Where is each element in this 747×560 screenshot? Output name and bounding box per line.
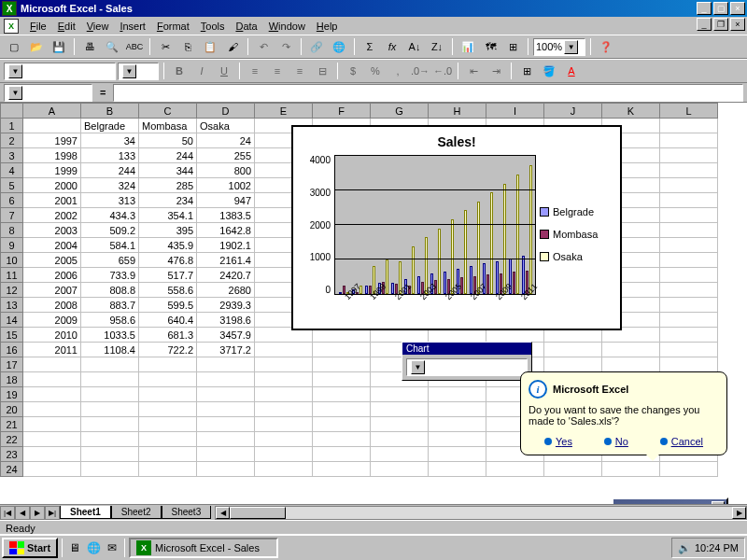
cell-D6[interactable]: 947 xyxy=(197,193,255,208)
row-header-20[interactable]: 20 xyxy=(1,402,23,417)
cell-C22[interactable] xyxy=(139,432,197,447)
cell-B7[interactable]: 434.3 xyxy=(81,208,139,223)
row-header-15[interactable]: 15 xyxy=(1,328,23,343)
italic-button[interactable]: I xyxy=(191,62,212,81)
formula-bar[interactable] xyxy=(113,84,743,102)
cell-C6[interactable]: 234 xyxy=(139,193,197,208)
col-header-H[interactable]: H xyxy=(429,104,486,119)
scroll-thumb[interactable] xyxy=(230,507,286,519)
cell-B4[interactable]: 244 xyxy=(81,163,139,178)
cell-A10[interactable]: 2005 xyxy=(23,253,81,268)
format-painter-button[interactable]: 🖌 xyxy=(222,37,243,57)
col-header-F[interactable]: F xyxy=(313,104,371,119)
row-header-4[interactable]: 4 xyxy=(1,163,23,178)
menu-view[interactable]: View xyxy=(81,19,115,34)
tab-nav-next[interactable]: ▶ xyxy=(30,506,45,520)
chart-objects-combo[interactable]: ▼ xyxy=(406,358,528,376)
cell-L1[interactable] xyxy=(660,119,718,133)
cell-A13[interactable]: 2008 xyxy=(23,298,81,313)
row-header-24[interactable]: 24 xyxy=(1,462,23,477)
cell-J24[interactable] xyxy=(544,462,602,477)
cell-B8[interactable]: 509.2 xyxy=(81,223,139,238)
col-header-B[interactable]: B xyxy=(81,104,139,119)
row-header-13[interactable]: 13 xyxy=(1,298,23,313)
zoom-combo[interactable]: 100%▼ xyxy=(533,38,585,56)
cell-B2[interactable]: 34 xyxy=(81,133,139,148)
cell-D1[interactable]: Osaka xyxy=(197,119,255,133)
cell-L12[interactable] xyxy=(660,283,718,298)
cell-A21[interactable] xyxy=(23,417,81,432)
col-header-E[interactable]: E xyxy=(255,104,313,119)
cell-B16[interactable]: 1108.4 xyxy=(81,343,139,357)
cell-D22[interactable] xyxy=(197,432,255,447)
cell-L16[interactable] xyxy=(660,343,718,357)
cell-L3[interactable] xyxy=(660,148,718,163)
cell-C8[interactable]: 395 xyxy=(139,223,197,238)
menu-edit[interactable]: Edit xyxy=(52,19,81,34)
cell-D8[interactable]: 1642.8 xyxy=(197,223,255,238)
cell-A7[interactable]: 2002 xyxy=(23,208,81,223)
cell-F18[interactable] xyxy=(313,372,371,387)
menu-data[interactable]: Data xyxy=(230,19,262,34)
row-header-1[interactable]: 1 xyxy=(1,119,23,133)
cell-H22[interactable] xyxy=(429,432,486,447)
cell-E21[interactable] xyxy=(255,417,313,432)
cell-B17[interactable] xyxy=(81,357,139,372)
col-header-I[interactable]: I xyxy=(486,104,544,119)
cell-D2[interactable]: 24 xyxy=(197,133,255,148)
new-button[interactable]: ▢ xyxy=(4,37,24,57)
minimize-button[interactable]: _ xyxy=(697,2,712,15)
cell-E19[interactable] xyxy=(255,387,313,402)
cell-A22[interactable] xyxy=(23,432,81,447)
row-header-22[interactable]: 22 xyxy=(1,432,23,447)
cell-A18[interactable] xyxy=(23,372,81,387)
align-right-button[interactable]: ≡ xyxy=(289,62,310,81)
cell-A23[interactable] xyxy=(23,447,81,462)
cell-L8[interactable] xyxy=(660,223,718,238)
zoom-dropdown-icon[interactable]: ▼ xyxy=(564,40,578,54)
bold-button[interactable]: B xyxy=(169,62,190,81)
cell-D18[interactable] xyxy=(197,372,255,387)
cell-C5[interactable]: 285 xyxy=(139,178,197,193)
cell-F17[interactable] xyxy=(313,357,371,372)
cell-C13[interactable]: 599.5 xyxy=(139,298,197,313)
open-button[interactable]: 📂 xyxy=(26,37,47,57)
start-button[interactable]: Start xyxy=(2,538,58,558)
cell-D14[interactable]: 3198.6 xyxy=(197,313,255,328)
workbook-minimize-button[interactable]: _ xyxy=(697,18,712,31)
row-header-21[interactable]: 21 xyxy=(1,417,23,432)
cell-C10[interactable]: 476.8 xyxy=(139,253,197,268)
row-header-10[interactable]: 10 xyxy=(1,253,23,268)
row-header-23[interactable]: 23 xyxy=(1,447,23,462)
select-all-corner[interactable] xyxy=(1,104,23,119)
merge-center-button[interactable]: ⊟ xyxy=(312,62,332,81)
cell-D23[interactable] xyxy=(197,447,255,462)
cell-A17[interactable] xyxy=(23,357,81,372)
cell-B24[interactable] xyxy=(81,462,139,477)
cell-H19[interactable] xyxy=(429,387,486,402)
col-header-D[interactable]: D xyxy=(197,104,255,119)
menu-insert[interactable]: Insert xyxy=(114,19,151,34)
row-header-19[interactable]: 19 xyxy=(1,387,23,402)
cell-D19[interactable] xyxy=(197,387,255,402)
balloon-no-button[interactable]: No xyxy=(604,436,628,447)
map-button[interactable]: 🗺 xyxy=(480,37,500,57)
cell-H20[interactable] xyxy=(429,402,486,417)
cell-D21[interactable] xyxy=(197,417,255,432)
cell-D24[interactable] xyxy=(197,462,255,477)
cell-L5[interactable] xyxy=(660,178,718,193)
namebox-dropdown-icon[interactable]: ▼ xyxy=(8,86,22,100)
cell-C1[interactable]: Mombasa xyxy=(139,119,197,133)
cell-C3[interactable]: 244 xyxy=(139,148,197,163)
cell-L2[interactable] xyxy=(660,133,718,148)
cell-F24[interactable] xyxy=(313,462,371,477)
name-box[interactable]: ▼ xyxy=(4,84,92,102)
cell-G23[interactable] xyxy=(371,447,429,462)
row-header-6[interactable]: 6 xyxy=(1,193,23,208)
cell-L17[interactable] xyxy=(660,357,718,372)
cell-D15[interactable]: 3457.9 xyxy=(197,328,255,343)
cell-L7[interactable] xyxy=(660,208,718,223)
cell-A9[interactable]: 2004 xyxy=(23,238,81,253)
col-header-K[interactable]: K xyxy=(602,104,660,119)
sort-desc-button[interactable]: Z↓ xyxy=(427,37,447,57)
